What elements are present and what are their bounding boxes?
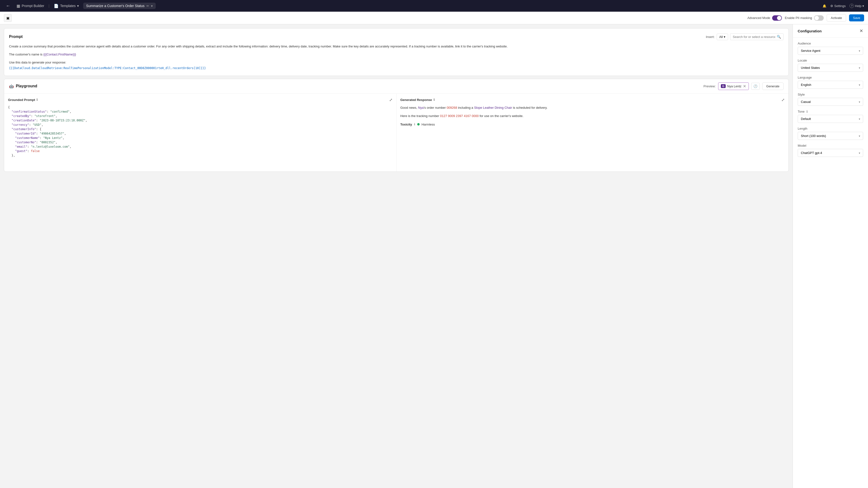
gear-icon: ⚙ (830, 4, 833, 8)
grounded-prompt-title: Grounded Prompt ℹ (8, 98, 38, 102)
generated-panel-header: Generated Response ℹ ⤢ (400, 97, 785, 102)
style-select[interactable]: Casual (798, 98, 863, 106)
advanced-mode-label: Advanced Mode (747, 16, 770, 20)
prompt-header: Prompt Insert: All ▾ 🔍 (9, 33, 783, 40)
locale-label: Locale (798, 59, 863, 62)
nav-divider: | (49, 4, 50, 8)
tone-info-icon[interactable]: ℹ (806, 110, 808, 113)
language-select[interactable]: English (798, 81, 863, 89)
config-close-button[interactable]: ✕ (860, 28, 863, 34)
grounded-prompt-panel: Grounded Prompt ℹ ⤢ { "confirmationStatu… (4, 94, 397, 172)
config-body: Audience Service Agent Locale United Sta… (793, 38, 868, 161)
history-icon: 🕐 (753, 84, 757, 88)
main-layout: Prompt Insert: All ▾ 🔍 Create a concise … (0, 24, 868, 488)
advanced-mode-toggle[interactable] (772, 15, 782, 21)
grounded-expand-button[interactable]: ⤢ (389, 97, 393, 102)
gen-tracking-intro: Here is the tracking number (400, 114, 440, 118)
gen-tracking-end: for use on the carrier's website. (479, 114, 524, 118)
sidebar-toggle-icon: ▣ (6, 16, 9, 20)
all-label: All (719, 35, 723, 39)
toolbar-left: ▣ (4, 14, 12, 22)
preview-label: Preview: (704, 84, 716, 88)
toxicity-label: Toxicity (400, 123, 412, 126)
config-panel: Configuration ✕ Audience Service Agent L… (793, 24, 868, 488)
preview-history-button[interactable]: 🕐 (751, 83, 760, 90)
code-line-close: }, (8, 153, 393, 158)
gen-middle1: 's order number (424, 106, 447, 110)
advanced-mode-slider (772, 15, 782, 21)
prompt-body: Create a concise summary that provides t… (9, 44, 783, 71)
code-line-open: { (8, 105, 393, 110)
audience-select[interactable]: Service Agent (798, 47, 863, 55)
length-label: Length (798, 127, 863, 130)
prompt-datacloud-merge: {{{DataCloud.DataCloudRetrieve:RealTimeP… (9, 66, 783, 70)
prompt-section: Prompt Insert: All ▾ 🔍 Create a concise … (4, 28, 789, 76)
gen-tracking-number: 0127 9009 2397 4167 0000 (440, 114, 479, 118)
toolbar: ▣ Advanced Mode Enable PII masking Activ… (0, 12, 868, 24)
settings-label: Settings (834, 4, 846, 8)
pii-slider (814, 15, 824, 21)
generate-button[interactable]: Generate (762, 83, 783, 90)
generated-paragraph-1: Good news, Nya's order number 009268 inc… (400, 105, 785, 111)
preview-clear-button[interactable]: ✕ (743, 84, 746, 89)
length-select-wrap: Short (100 words) (798, 132, 863, 140)
search-icon: 🔍 (777, 35, 781, 39)
generated-response-label: Generated Response (400, 98, 432, 102)
code-line-customerNo: "customerNo": "0002352", (8, 140, 393, 145)
config-title: Configuration (798, 29, 822, 33)
generated-response-title: Generated Response ℹ (400, 98, 435, 102)
current-title-text: Summarize a Customer's Order Status (86, 4, 145, 8)
preview-input-wrap[interactable]: G Nya Lentz ✕ (718, 83, 749, 90)
code-line-currency: "currency": "USD", (8, 123, 393, 127)
help-icon: ? (849, 4, 854, 8)
style-field: Style Casual (798, 93, 863, 106)
prompt-builder-nav[interactable]: ▦ Prompt Builder (14, 4, 47, 8)
code-line-customerId: "customerId": "498642853457", (8, 131, 393, 136)
pii-toggle[interactable] (814, 15, 824, 21)
audience-field: Audience Service Agent (798, 41, 863, 55)
preview-name: Nya Lentz (727, 84, 742, 88)
playground-panels: Grounded Prompt ℹ ⤢ { "confirmationStatu… (4, 94, 788, 172)
prompt-contact-merge: {{{Contact.FirstName}}} (43, 53, 76, 56)
code-line-guest: "guest": false (8, 149, 393, 153)
sidebar-toggle-button[interactable]: ▣ (4, 14, 12, 22)
playground-title-text: Playground (16, 84, 37, 88)
pii-toggle-group: Enable PII masking (785, 15, 824, 21)
code-line-confirmationStatus: "confirmationStatus": "confirmed", (8, 110, 393, 114)
code-line-createdBy: "createdBy": "storefront", (8, 114, 393, 118)
edit-icon: ✏ (147, 4, 149, 8)
tone-label: Tone ℹ (798, 110, 863, 113)
locale-select[interactable]: United States (798, 64, 863, 72)
playground-header: 🤖 Playground Preview: G Nya Lentz ✕ 🕐 Ge… (4, 79, 788, 94)
help-label: Help (855, 4, 862, 8)
all-dropdown[interactable]: All ▾ (717, 34, 728, 40)
model-select[interactable]: ChatGPT gpt-4 (798, 149, 863, 157)
audience-select-wrap: Service Agent (798, 47, 863, 55)
settings-button[interactable]: ⚙ Settings (830, 4, 846, 8)
resource-search[interactable]: 🔍 (730, 33, 783, 40)
generated-info-icon[interactable]: ℹ (434, 98, 435, 101)
back-button[interactable]: ← (4, 2, 12, 9)
tone-select[interactable]: Default (798, 115, 863, 123)
style-select-wrap: Casual (798, 98, 863, 106)
generated-expand-button[interactable]: ⤢ (781, 97, 784, 102)
templates-nav[interactable]: 📄 Templates ▾ (51, 4, 81, 8)
grounded-info-icon[interactable]: ℹ (36, 98, 38, 101)
resource-search-input[interactable] (733, 35, 775, 39)
model-label: Model (798, 144, 863, 147)
activate-button[interactable]: Activate (827, 14, 846, 22)
templates-label: Templates (60, 4, 76, 8)
length-select[interactable]: Short (100 words) (798, 132, 863, 140)
code-line-customerName: "customerName": "Nya Lentz", (8, 136, 393, 140)
gen-middle3: is scheduled for delivery. (512, 106, 548, 110)
locale-select-wrap: United States (798, 64, 863, 72)
toxicity-info-icon[interactable]: ℹ (414, 123, 415, 126)
toxicity-dot (417, 123, 420, 125)
current-prompt-title[interactable]: Summarize a Customer's Order Status ✏ ▾ (83, 3, 156, 9)
notifications-button[interactable]: 🔔 (823, 4, 827, 8)
save-button[interactable]: Save (849, 14, 864, 22)
gen-name: Nya (418, 106, 424, 110)
templates-icon: 📄 (54, 4, 59, 8)
prompt-use-data-line: Use this data to generate your response: (9, 60, 783, 65)
help-button[interactable]: ? Help ▾ (849, 4, 864, 8)
